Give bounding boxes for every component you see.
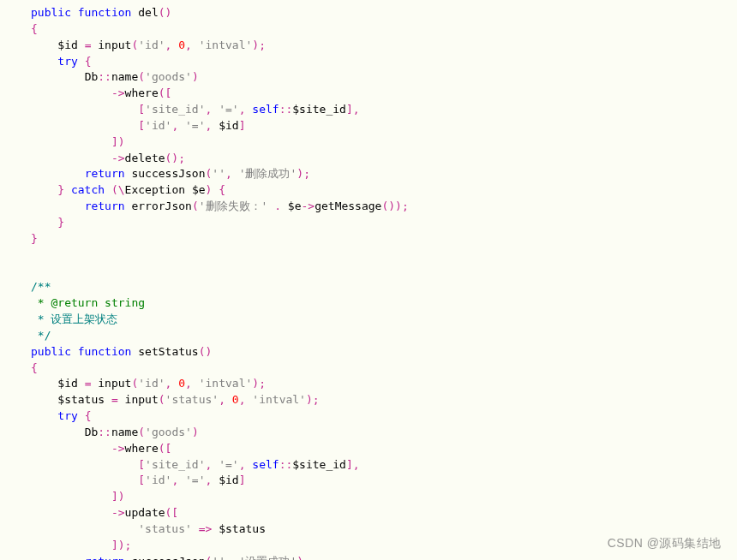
keyword-public: public (31, 6, 71, 19)
watermark-text: CSDN @源码集结地 (608, 534, 722, 551)
keyword-function: function (78, 6, 132, 19)
function-name-setstatus: setStatus (138, 345, 198, 358)
docblock-return: * @return string (31, 296, 145, 309)
docblock-open: /** (31, 280, 51, 293)
code-block: public function del() { $id = input('id'… (0, 0, 737, 560)
function-name-del: del (138, 6, 158, 19)
docblock-desc: * 设置上架状态 (31, 313, 117, 325)
docblock-close: */ (31, 329, 51, 342)
